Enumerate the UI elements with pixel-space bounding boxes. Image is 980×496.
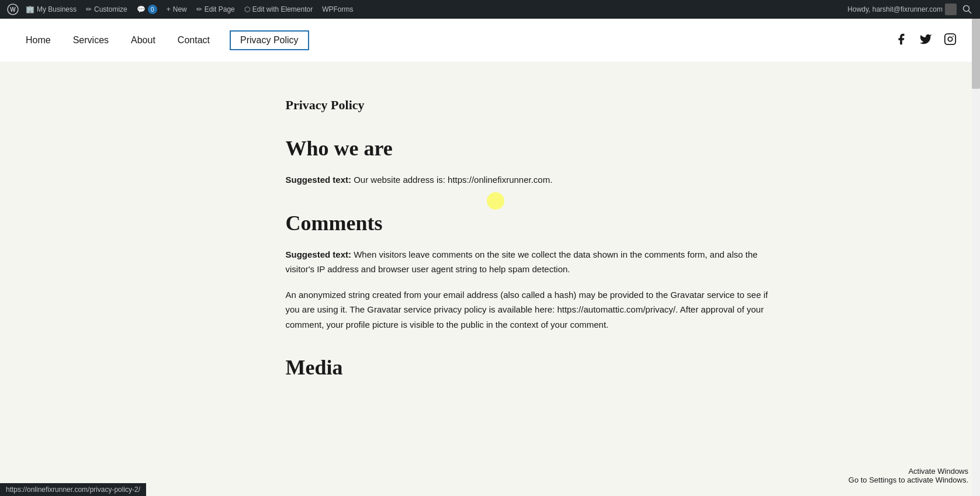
para-anonymized: An anonymized string created from your e…	[286, 287, 774, 332]
section-comments: Comments Suggested text: When visitors l…	[286, 211, 774, 332]
admin-bar-comments[interactable]: 💬 0	[132, 0, 162, 19]
text-comments: When visitors leave comments on the site…	[286, 249, 758, 275]
heading-who-we-are: Who we are	[286, 136, 774, 161]
customize-icon: ✏	[86, 5, 92, 13]
svg-point-5	[948, 37, 952, 41]
content-wrapper: Privacy Policy Who we are Suggested text…	[183, 98, 797, 380]
comments-icon: 💬	[137, 5, 146, 13]
svg-text:W: W	[10, 6, 16, 13]
svg-rect-4	[945, 33, 955, 44]
admin-bar-edit-page[interactable]: ✏ Edit Page	[192, 0, 240, 19]
section-media: Media	[286, 355, 774, 380]
nav-item-contact[interactable]: Contact	[175, 30, 212, 50]
para-suggested-comments: Suggested text: When visitors leave comm…	[286, 247, 774, 277]
plus-icon: +	[167, 5, 171, 13]
admin-bar-customize[interactable]: ✏ Customize	[81, 0, 132, 19]
bold-prefix-comments: Suggested text:	[286, 249, 352, 259]
svg-point-2	[964, 6, 969, 12]
edit-icon: ✏	[196, 5, 202, 13]
admin-search-icon[interactable]	[959, 0, 975, 19]
main-content: Privacy Policy Who we are Suggested text…	[0, 63, 980, 426]
svg-point-6	[953, 36, 954, 37]
admin-bar-new[interactable]: + New	[162, 0, 192, 19]
heading-media: Media	[286, 355, 774, 380]
admin-bar: W 🏢 My Business ✏ Customize 💬 0 + New ✏ …	[0, 0, 980, 19]
page-title: Privacy Policy	[286, 98, 774, 113]
main-nav: Home Services About Contact Privacy Poli…	[23, 30, 309, 50]
admin-bar-my-business[interactable]: 🏢 My Business	[21, 0, 81, 19]
comment-count: 0	[148, 5, 157, 14]
admin-avatar	[945, 4, 957, 15]
elementor-icon: ⬡	[244, 5, 250, 13]
nav-item-services[interactable]: Services	[71, 30, 111, 50]
scrollbar-thumb[interactable]	[972, 19, 980, 89]
admin-greeting: Howdy, harshit@fixrunner.com	[847, 5, 943, 13]
nav-item-about[interactable]: About	[129, 30, 158, 50]
nav-item-privacy-policy[interactable]: Privacy Policy	[230, 30, 309, 50]
scrollbar[interactable]	[972, 19, 980, 426]
social-icons	[895, 33, 957, 48]
site-header: Home Services About Contact Privacy Poli…	[0, 19, 980, 63]
twitter-icon[interactable]	[919, 33, 932, 48]
admin-bar-elementor[interactable]: ⬡ Edit with Elementor	[240, 0, 317, 19]
admin-bar-wpforms[interactable]: WPForms	[317, 0, 358, 19]
section-who-we-are: Who we are Suggested text: Our website a…	[286, 136, 774, 188]
bold-prefix-who: Suggested text:	[286, 175, 352, 185]
para-suggested-who: Suggested text: Our website address is: …	[286, 172, 774, 188]
wordpress-logo[interactable]: W	[5, 0, 21, 19]
heading-comments: Comments	[286, 211, 774, 235]
nav-item-home[interactable]: Home	[23, 30, 53, 50]
instagram-icon[interactable]	[944, 33, 957, 48]
text-who: Our website address is: https://onlinefi…	[351, 175, 552, 185]
facebook-icon[interactable]	[895, 33, 908, 48]
svg-line-3	[969, 11, 972, 14]
business-icon: 🏢	[26, 5, 34, 13]
admin-bar-right: Howdy, harshit@fixrunner.com	[847, 0, 975, 19]
